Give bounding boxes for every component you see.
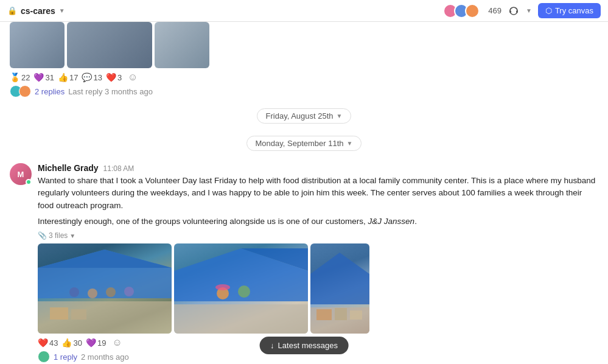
date-pill-monday[interactable]: Monday, September 11th ▼ [246,136,362,151]
michelle-reaction-thumbsup[interactable]: 👍 30 [61,338,82,348]
svg-point-7 [88,289,97,298]
top-bar-right: 469 ▼ ⬡ Try canvas [443,3,601,18]
michelle-replies-time: 2 months ago [81,352,129,362]
michelle-post-header: Michelle Grady 11:08 AM [38,163,598,173]
prior-post: 🏅 22 💜 31 👍 17 💬 13 ❤️ 3 ☺ [0,22,608,102]
svg-rect-20 [316,309,332,320]
michelle-add-reaction-button[interactable]: ☺ [112,337,122,348]
michelle-post-time: 11:08 AM [103,164,135,173]
svg-rect-1 [509,10,511,13]
svg-rect-21 [335,308,347,320]
svg-rect-14 [174,304,308,334]
svg-rect-2 [516,10,518,13]
reaction-medal[interactable]: 🏅 22 [10,72,30,82]
date-chevron-monday-icon: ▼ [347,140,353,147]
prior-reply-avatars [10,85,31,97]
channel-chevron-icon[interactable]: ▼ [59,7,65,14]
huddle-chevron-icon[interactable]: ▼ [526,7,532,14]
add-reaction-button[interactable]: ☺ [128,72,138,83]
michelle-avatar: M [10,163,32,185]
volunteer-photo-2[interactable] [174,243,308,334]
main-content: 🏅 22 💜 31 👍 17 💬 13 ❤️ 3 ☺ [0,22,608,364]
latest-messages-button[interactable]: ↓ Latest messages [259,337,349,354]
date-divider-monday: Monday, September 11th ▼ [0,130,608,157]
date-divider-friday: Friday, August 25th ▼ [0,102,608,130]
svg-rect-22 [350,310,362,320]
volunteer-photo-3[interactable] [310,243,369,334]
michelle-post-text2: Interestingly enough, one of the groups … [38,215,598,228]
prior-images-row [10,22,598,68]
svg-point-17 [215,284,230,290]
michelle-files-label[interactable]: 📎 3 files ▼ [38,231,598,240]
try-canvas-button[interactable]: ⬡ Try canvas [538,3,601,18]
michelle-photo-grid [38,243,598,334]
huddle-button[interactable] [508,5,520,17]
canvas-icon: ⬡ [545,6,552,15]
michelle-post-text: Wanted to share that I took a Volunteer … [38,175,598,212]
svg-point-9 [124,287,134,296]
svg-rect-10 [50,307,68,320]
reaction-comment[interactable]: 💬 13 [82,72,102,82]
svg-point-6 [69,287,79,297]
date-chevron-icon: ▼ [337,113,343,119]
prior-image-3[interactable] [155,22,209,68]
michelle-reply-avatar-1 [38,351,50,363]
svg-point-8 [106,287,116,297]
svg-rect-11 [71,309,86,320]
files-chevron-icon: ▼ [69,233,75,239]
channel-name: cs-cares [21,6,55,16]
reaction-thumbsup[interactable]: 👍 17 [58,72,78,82]
reaction-heart-red[interactable]: ❤️ 3 [106,72,122,82]
prior-replies-link[interactable]: 2 replies [35,87,65,96]
svg-marker-18 [310,253,369,304]
svg-point-16 [238,285,250,298]
michelle-reaction-purple-heart[interactable]: 💜 19 [86,338,106,348]
michelle-author[interactable]: Michelle Grady [38,163,99,173]
prior-replies-time: Last reply 3 months ago [68,87,153,96]
member-avatar-3 [465,4,480,18]
michelle-post-body: Michelle Grady 11:08 AM Wanted to share … [38,163,598,363]
michelle-status-dot [26,179,32,185]
svg-marker-4 [38,250,172,268]
member-avatars[interactable] [443,4,480,18]
member-count[interactable]: 469 [488,6,501,15]
date-pill-friday[interactable]: Friday, August 25th ▼ [257,108,352,124]
latest-messages-bar: ↓ Latest messages [259,337,349,354]
prior-image-2[interactable] [67,22,152,68]
michelle-reply-avatars [38,351,50,363]
michelle-post: M Michelle Grady 11:08 AM Wanted to shar… [0,157,608,364]
prior-replies-row: 2 replies Last reply 3 months ago [10,85,598,97]
reply-avatar-2 [19,85,31,97]
channel-title-area[interactable]: 🔒 cs-cares ▼ [7,6,65,16]
arrow-down-icon: ↓ [270,341,274,350]
volunteer-photo-1[interactable] [38,243,172,334]
prior-reactions: 🏅 22 💜 31 👍 17 💬 13 ❤️ 3 ☺ [10,72,598,83]
prior-image-1[interactable] [10,22,65,68]
michelle-reaction-heart[interactable]: ❤️ 43 [38,338,58,348]
michelle-replies-link[interactable]: 1 reply [54,352,77,362]
reaction-heart-purple[interactable]: 💜 31 [33,72,54,82]
top-bar: 🔒 cs-cares ▼ 469 ▼ ⬡ Try canvas [0,0,608,22]
